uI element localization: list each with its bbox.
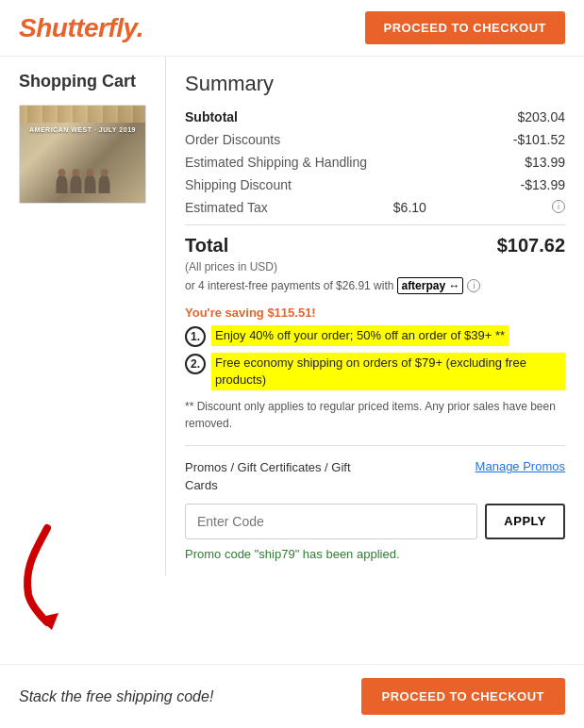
- promo-item-2: 2. Free economy shipping on orders of $7…: [185, 353, 565, 390]
- subtotal-label: Subtotal: [185, 109, 238, 124]
- total-row: Total $107.62: [185, 235, 565, 256]
- tax-info-icon[interactable]: i: [552, 200, 565, 213]
- promo-header-label: Promos / Gift Certificates / Gift Cards: [185, 459, 374, 493]
- main-content: Shopping Cart AMERICAN WEST · JULY 2019 …: [0, 57, 584, 576]
- person-1: [56, 174, 67, 193]
- shipping-discount-row: Shipping Discount -$13.99: [185, 177, 565, 192]
- afterpay-text: or 4 interest-free payments of $26.91 wi…: [185, 279, 393, 292]
- total-value: $107.62: [497, 235, 565, 256]
- promo-number-2: 2.: [185, 354, 206, 374]
- checkout-button-bottom[interactable]: PROCEED TO CHECKOUT: [361, 678, 566, 715]
- footer-stack-text: Stack the free shipping code!: [19, 688, 213, 705]
- savings-text: You're saving $115.51!: [185, 306, 565, 320]
- summary-title: Summary: [185, 72, 565, 96]
- shutterfly-logo: Shutterfly.: [19, 13, 143, 43]
- promo-header: Promos / Gift Certificates / Gift Cards …: [185, 459, 565, 493]
- summary-panel: Summary Subtotal $203.04 Order Discounts…: [165, 57, 584, 576]
- order-discounts-value: -$101.52: [513, 132, 565, 147]
- image-people: [56, 174, 109, 193]
- divider-1: [185, 224, 565, 225]
- checkout-button-top[interactable]: PROCEED TO CHECKOUT: [365, 11, 566, 44]
- promo-code-input[interactable]: [185, 504, 477, 539]
- total-label: Total: [185, 235, 228, 256]
- sidebar: Shopping Cart AMERICAN WEST · JULY 2019: [0, 57, 165, 576]
- subtotal-row: Subtotal $203.04: [185, 109, 565, 124]
- shipping-discount-label: Shipping Discount: [185, 177, 292, 192]
- promo-item-1: 1. Enjoy 40% off your order; 50% off an …: [185, 325, 565, 347]
- promo-applied-text: Promo code "ship79" has been applied.: [185, 547, 565, 561]
- promo-input-row: APPLY: [185, 504, 565, 539]
- shipping-value: $13.99: [525, 155, 565, 170]
- sidebar-title: Shopping Cart: [19, 72, 150, 91]
- order-discounts-row: Order Discounts -$101.52: [185, 132, 565, 147]
- person-2: [70, 174, 81, 193]
- promo-text-2: Free economy shipping on orders of $79+ …: [211, 353, 565, 390]
- shipping-discount-value: -$13.99: [521, 177, 565, 192]
- afterpay-row: or 4 interest-free payments of $26.91 wi…: [185, 277, 565, 294]
- shipping-label: Estimated Shipping & Handling: [185, 155, 367, 170]
- order-discounts-label: Order Discounts: [185, 132, 280, 147]
- shipping-row: Estimated Shipping & Handling $13.99: [185, 155, 565, 170]
- afterpay-info-icon[interactable]: i: [467, 279, 480, 292]
- footer-bar: Stack the free shipping code! PROCEED TO…: [0, 664, 584, 728]
- image-label: AMERICAN WEST · JULY 2019: [24, 126, 142, 133]
- subtotal-value: $203.04: [517, 109, 565, 124]
- svg-marker-0: [38, 613, 58, 630]
- person-3: [84, 174, 95, 193]
- cart-item-image: AMERICAN WEST · JULY 2019: [19, 105, 146, 204]
- page-header: Shutterfly. PROCEED TO CHECKOUT: [0, 0, 584, 57]
- person-4: [98, 174, 109, 193]
- tax-row: Estimated Tax $6.10 i: [185, 200, 565, 215]
- apply-button[interactable]: APPLY: [485, 504, 565, 539]
- usd-note: (All prices in USD): [185, 260, 565, 273]
- promo-number-1: 1.: [185, 326, 206, 347]
- promo-text-1: Enjoy 40% off your order; 50% off an ord…: [211, 325, 509, 346]
- image-strip: [20, 106, 145, 123]
- manage-promos-link[interactable]: Manage Promos: [476, 459, 565, 473]
- cart-image-inner: AMERICAN WEST · JULY 2019: [20, 106, 145, 203]
- promo-section: Promos / Gift Certificates / Gift Cards …: [185, 445, 565, 560]
- tax-label: Estimated Tax: [185, 200, 268, 215]
- tax-value: $6.10: [393, 200, 426, 215]
- disclaimer-text: ** Discount only applies to regular pric…: [185, 398, 565, 432]
- afterpay-logo: afterpay ↔: [397, 277, 463, 294]
